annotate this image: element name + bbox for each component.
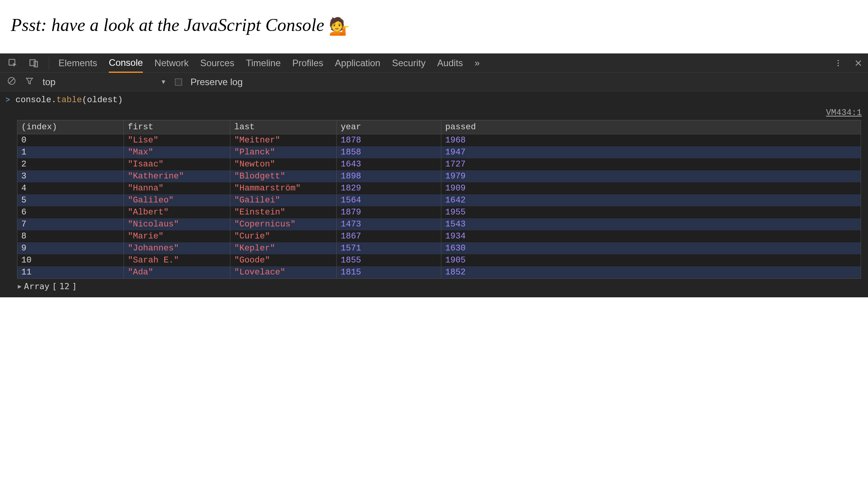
chevron-down-icon: ▼ xyxy=(160,79,166,86)
execution-context-selector[interactable]: top ▼ xyxy=(43,77,166,87)
td-index: 4 xyxy=(17,182,124,194)
devtools-panel: Elements Console Network Sources Timelin… xyxy=(0,53,868,297)
table-row[interactable]: 2"Isaac""Newton"16431727 xyxy=(17,158,861,170)
td-passed: 1727 xyxy=(441,158,861,170)
td-year: 1564 xyxy=(337,194,441,206)
device-toolbar-icon[interactable] xyxy=(28,57,39,69)
table-row[interactable]: 6"Albert""Einstein"18791955 xyxy=(17,206,861,218)
td-first: "Isaac" xyxy=(124,158,230,170)
filter-icon[interactable] xyxy=(25,76,34,88)
td-index: 5 xyxy=(17,194,124,206)
td-passed: 1955 xyxy=(441,206,861,218)
table-row[interactable]: 5"Galileo""Galilei"15641642 xyxy=(17,194,861,206)
console-input-line[interactable]: > console.table(oldest) xyxy=(0,91,868,108)
table-row[interactable]: 11"Ada""Lovelace"18151852 xyxy=(17,266,861,278)
clear-console-icon[interactable] xyxy=(7,76,16,88)
td-year: 1829 xyxy=(337,182,441,194)
page-hint-text: Psst: have a look at the JavaScript Cons… xyxy=(11,15,324,35)
td-passed: 1630 xyxy=(441,242,861,254)
table-row[interactable]: 8"Marie""Curie"18671934 xyxy=(17,230,861,242)
th-first[interactable]: first xyxy=(124,120,230,134)
tab-application[interactable]: Application xyxy=(335,53,380,72)
td-passed: 1979 xyxy=(441,170,861,182)
array-summary[interactable]: ▶ Array[12] xyxy=(0,279,868,291)
td-first: "Hanna" xyxy=(124,182,230,194)
info-desk-person-emoji: 💁 xyxy=(329,17,350,36)
tabs-overflow[interactable]: » xyxy=(475,53,480,72)
td-last: "Curie" xyxy=(230,230,337,242)
inspect-element-icon[interactable] xyxy=(7,57,19,69)
console-table-header: (index) first last year passed xyxy=(17,120,861,134)
td-index: 2 xyxy=(17,158,124,170)
table-row[interactable]: 3"Katherine""Blodgett"18981979 xyxy=(17,170,861,182)
td-last: "Blodgett" xyxy=(230,170,337,182)
td-year: 1571 xyxy=(337,242,441,254)
td-year: 1855 xyxy=(337,254,441,266)
preserve-log-label: Preserve log xyxy=(190,77,243,87)
preserve-log-checkbox[interactable] xyxy=(175,79,182,86)
tab-profiles[interactable]: Profiles xyxy=(292,53,323,72)
th-passed[interactable]: passed xyxy=(441,120,861,134)
td-index: 9 xyxy=(17,242,124,254)
td-first: "Ada" xyxy=(124,266,230,278)
table-row[interactable]: 10"Sarah E.""Goode"18551905 xyxy=(17,254,861,266)
td-first: "Albert" xyxy=(124,206,230,218)
td-index: 8 xyxy=(17,230,124,242)
console-table: (index) first last year passed 0"Lise""M… xyxy=(17,120,861,279)
page-content: Psst: have a look at the JavaScript Cons… xyxy=(0,0,868,53)
td-year: 1815 xyxy=(337,266,441,278)
td-first: "Lise" xyxy=(124,134,230,146)
tab-console[interactable]: Console xyxy=(109,54,143,73)
devtools-tabbar: Elements Console Network Sources Timelin… xyxy=(0,53,868,73)
svg-point-5 xyxy=(837,65,839,66)
tab-elements[interactable]: Elements xyxy=(58,53,97,72)
tab-timeline[interactable]: Timeline xyxy=(246,53,281,72)
td-passed: 1852 xyxy=(441,266,861,278)
console-output: > console.table(oldest) VM434:1 (index) … xyxy=(0,91,868,297)
tabbar-divider xyxy=(49,57,49,69)
td-first: "Marie" xyxy=(124,230,230,242)
tab-audits[interactable]: Audits xyxy=(437,53,463,72)
console-prompt-caret: > xyxy=(5,96,10,105)
table-row[interactable]: 0"Lise""Meitner"18781968 xyxy=(17,134,861,146)
table-row[interactable]: 9"Johannes""Kepler"15711630 xyxy=(17,242,861,254)
th-year[interactable]: year xyxy=(337,120,441,134)
td-passed: 1642 xyxy=(441,194,861,206)
td-last: "Planck" xyxy=(230,146,337,158)
table-row[interactable]: 4"Hanna""Hammarström"18291909 xyxy=(17,182,861,194)
close-icon[interactable] xyxy=(853,57,864,69)
td-passed: 1934 xyxy=(441,230,861,242)
td-passed: 1968 xyxy=(441,134,861,146)
td-first: "Johannes" xyxy=(124,242,230,254)
td-index: 3 xyxy=(17,170,124,182)
svg-point-3 xyxy=(837,60,839,61)
console-filterbar: top ▼ Preserve log xyxy=(0,73,868,91)
td-last: "Newton" xyxy=(230,158,337,170)
td-first: "Sarah E." xyxy=(124,254,230,266)
th-last[interactable]: last xyxy=(230,120,337,134)
tab-security[interactable]: Security xyxy=(392,53,425,72)
array-summary-label: Array xyxy=(24,281,50,291)
disclosure-triangle-icon: ▶ xyxy=(18,283,22,290)
table-row[interactable]: 1"Max""Planck"18581947 xyxy=(17,146,861,158)
td-first: "Max" xyxy=(124,146,230,158)
th-index[interactable]: (index) xyxy=(17,120,124,134)
td-first: "Galileo" xyxy=(124,194,230,206)
td-first: "Katherine" xyxy=(124,170,230,182)
table-row[interactable]: 7"Nicolaus""Copernicus"14731543 xyxy=(17,218,861,230)
td-last: "Galilei" xyxy=(230,194,337,206)
source-reference[interactable]: VM434:1 xyxy=(0,108,868,120)
tab-network[interactable]: Network xyxy=(154,53,189,72)
td-year: 1898 xyxy=(337,170,441,182)
td-last: "Hammarström" xyxy=(230,182,337,194)
td-index: 11 xyxy=(17,266,124,278)
td-index: 1 xyxy=(17,146,124,158)
td-year: 1878 xyxy=(337,134,441,146)
tab-sources[interactable]: Sources xyxy=(200,53,234,72)
svg-point-4 xyxy=(837,62,839,64)
kebab-menu-icon[interactable] xyxy=(832,57,844,69)
td-passed: 1947 xyxy=(441,146,861,158)
td-last: "Einstein" xyxy=(230,206,337,218)
td-year: 1473 xyxy=(337,218,441,230)
td-passed: 1905 xyxy=(441,254,861,266)
